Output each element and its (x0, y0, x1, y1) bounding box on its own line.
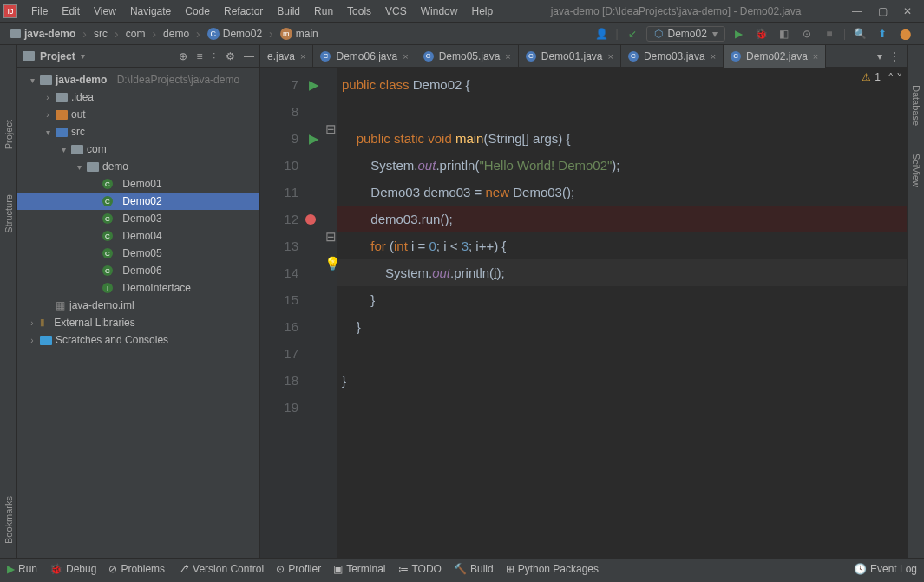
window-title: java-demo [D:\IdeaProjects\java-demo] - … (500, 5, 852, 17)
tree-root[interactable]: ▾java-demo D:\IdeaProjects\java-demo (17, 71, 259, 88)
project-panel: Project ▾ ⊕ ≡ ÷ ⚙ — ▾java-demo D:\IdeaPr… (17, 45, 260, 558)
menu-edit[interactable]: Edit (55, 3, 87, 19)
tab-demo06[interactable]: CDemo06.java× (313, 45, 416, 68)
run-tool[interactable]: ▶Run (7, 563, 37, 575)
breakpoint-icon[interactable] (305, 214, 316, 225)
project-tree: ▾java-demo D:\IdeaProjects\java-demo ›.i… (17, 68, 259, 352)
version-control-tool[interactable]: ⎇Version Control (177, 563, 264, 575)
tab-ejava[interactable]: e.java× (260, 45, 313, 68)
intention-bulb-icon[interactable]: 💡 (324, 256, 337, 283)
run-config-selector[interactable]: ⬡Demo02▾ (646, 26, 725, 42)
settings-button[interactable]: ⬤ (896, 25, 914, 43)
tab-demo01[interactable]: CDemo01.java× (519, 45, 621, 68)
tree-out[interactable]: ›out (17, 106, 259, 123)
coverage-button[interactable]: ◧ (776, 25, 793, 43)
search-button[interactable]: 🔍 (851, 25, 868, 43)
menu-help[interactable]: Help (464, 3, 500, 19)
crumb-class[interactable]: CDemo02 (202, 26, 267, 42)
collapse-all-icon[interactable]: ÷ (211, 50, 217, 62)
hide-panel-icon[interactable]: — (244, 50, 254, 62)
menu-build[interactable]: Build (270, 3, 307, 19)
tab-sciview[interactable]: SciView (909, 148, 923, 193)
sync-icon[interactable]: ↙ (624, 25, 641, 43)
fold-column[interactable]: ⊟ ⊟ 💡 (324, 68, 337, 558)
project-view-selector[interactable]: ▾ (81, 51, 85, 61)
profile-button[interactable]: ⊙ (798, 25, 816, 43)
tree-class-demo01[interactable]: C Demo01 (17, 175, 259, 193)
tree-ext-libs[interactable]: ›⫴ External Libraries (17, 314, 259, 331)
menu-code[interactable]: Code (178, 3, 217, 19)
tree-class-demo06[interactable]: C Demo06 (17, 262, 259, 279)
menu-file[interactable]: File (24, 3, 55, 19)
select-opened-icon[interactable]: ⊕ (179, 50, 187, 62)
title-bar: IJ File Edit View Navigate Code Refactor… (0, 0, 924, 23)
minimize-button[interactable]: — (852, 5, 862, 17)
tab-demo02[interactable]: CDemo02.java× (724, 45, 826, 68)
maximize-button[interactable]: ▢ (878, 5, 888, 17)
menu-refactor[interactable]: Refactor (217, 3, 270, 19)
next-highlight-icon[interactable]: ˅ (896, 71, 903, 87)
editor-area: e.java× CDemo06.java× CDemo05.java× CDem… (260, 45, 907, 558)
crumb-demo[interactable]: demo (158, 26, 194, 42)
tree-iml[interactable]: ▦java-demo.iml (17, 297, 259, 314)
menu-run[interactable]: Run (307, 3, 340, 19)
code-editor[interactable]: 7▶ 8 9▶ 10 11 12 13 14 15 16 17 18 19 ⊟ (260, 68, 907, 558)
run-button[interactable]: ▶ (731, 25, 748, 43)
menu-view[interactable]: View (87, 3, 123, 19)
debug-tool[interactable]: 🐞Debug (49, 563, 96, 575)
bottom-tool-bar: ▶Run 🐞Debug ⊘Problems ⎇Version Control ⊙… (0, 558, 924, 579)
tree-class-demo04[interactable]: C Demo04 (17, 227, 259, 245)
tab-bookmarks[interactable]: Bookmarks (2, 491, 16, 549)
event-log-tool[interactable]: 🕓Event Log (854, 563, 917, 575)
project-title[interactable]: Project (40, 50, 75, 62)
terminal-tool[interactable]: ▣Terminal (333, 563, 385, 575)
profiler-tool[interactable]: ⊙Profiler (276, 563, 321, 575)
crumb-method[interactable]: mmain (275, 26, 324, 42)
tree-demo[interactable]: ▾demo (17, 158, 259, 175)
menu-navigate[interactable]: Navigate (123, 3, 178, 19)
tab-more-icon[interactable]: ⋮ (889, 50, 900, 62)
tab-demo05[interactable]: CDemo05.java× (416, 45, 519, 68)
prev-highlight-icon[interactable]: ˄ (888, 71, 895, 87)
right-tool-gutter: Database SciView (907, 45, 924, 558)
tab-dropdown-icon[interactable]: ▾ (877, 50, 882, 62)
left-tool-gutter: Project Structure Bookmarks (0, 45, 17, 558)
build-tool[interactable]: 🔨Build (454, 563, 494, 575)
tree-class-demo03[interactable]: C Demo03 (17, 210, 259, 227)
python-tool[interactable]: ⊞Python Packages (506, 563, 599, 575)
tree-scratches[interactable]: ›Scratches and Consoles (17, 331, 259, 349)
crumb-com[interactable]: com (121, 26, 151, 42)
project-header: Project ▾ ⊕ ≡ ÷ ⚙ — (17, 45, 259, 68)
menu-vcs[interactable]: VCS (378, 3, 414, 19)
menu-window[interactable]: Window (414, 3, 465, 19)
tree-idea[interactable]: ›.idea (17, 88, 259, 106)
todo-tool[interactable]: ≔TODO (398, 563, 442, 575)
menu-tools[interactable]: Tools (340, 3, 378, 19)
status-bar: ▥ All files are up-to-date (a minute ago… (0, 579, 924, 582)
close-button[interactable]: ✕ (903, 5, 912, 17)
tab-structure[interactable]: Structure (2, 189, 16, 239)
add-user-icon[interactable]: 👤 (593, 25, 610, 43)
inspection-badge[interactable]: ⚠1 (862, 71, 881, 83)
tree-com[interactable]: ▾com (17, 141, 259, 158)
tree-class-demo05[interactable]: C Demo05 (17, 245, 259, 262)
debug-button[interactable]: 🐞 (753, 25, 770, 43)
stop-button[interactable]: ■ (821, 25, 838, 43)
tree-interface[interactable]: I DemoInterface (17, 279, 259, 297)
tab-demo03[interactable]: CDemo03.java× (621, 45, 724, 68)
update-button[interactable]: ⬆ (874, 25, 891, 43)
tree-src[interactable]: ▾src (17, 123, 259, 141)
code-content[interactable]: public class Demo02 { public static void… (337, 68, 907, 558)
crumb-project[interactable]: java-demo (5, 26, 81, 42)
problems-tool[interactable]: ⊘Problems (108, 563, 165, 575)
settings-icon[interactable]: ⚙ (226, 50, 235, 62)
tree-class-demo02[interactable]: C Demo02 (17, 193, 259, 210)
crumb-src[interactable]: src (88, 26, 113, 42)
tab-database[interactable]: Database (909, 80, 923, 131)
gutter[interactable]: 7▶ 8 9▶ 10 11 12 13 14 15 16 17 18 19 (260, 68, 324, 558)
editor-tabs: e.java× CDemo06.java× CDemo05.java× CDem… (260, 45, 907, 68)
expand-all-icon[interactable]: ≡ (196, 50, 202, 62)
navigation-bar: java-demo › src › com › demo › CDemo02 ›… (0, 23, 924, 45)
app-icon: IJ (3, 4, 17, 18)
tab-project[interactable]: Project (2, 114, 16, 154)
